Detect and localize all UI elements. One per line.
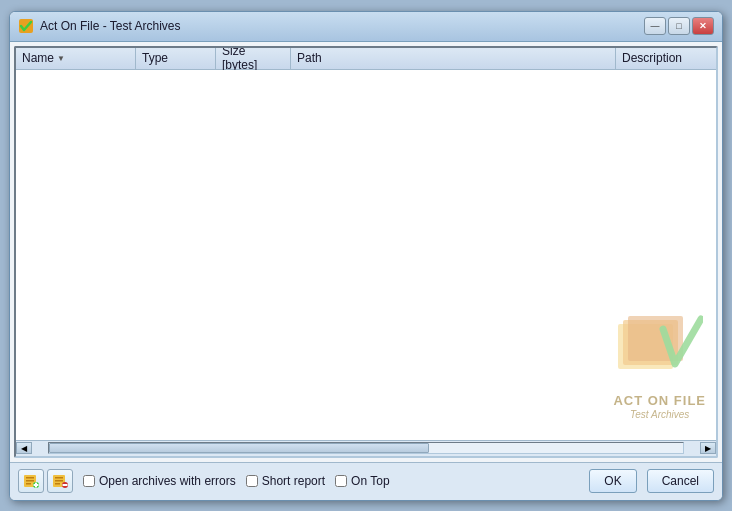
short-report-checkbox-group[interactable]: Short report — [246, 474, 325, 488]
watermark-text-sub: Test Archives — [613, 409, 706, 420]
watermark-text-main: ACT ON FILE — [613, 394, 706, 408]
content-area: Name ▼ Type Size [bytes] Path Descriptio… — [14, 46, 718, 458]
svg-rect-12 — [55, 477, 63, 479]
col-header-path[interactable]: Path — [291, 48, 616, 69]
svg-rect-16 — [63, 484, 68, 486]
svg-rect-13 — [55, 480, 63, 482]
table-header: Name ▼ Type Size [bytes] Path Descriptio… — [16, 48, 716, 70]
col-header-size[interactable]: Size [bytes] — [216, 48, 291, 69]
window-controls: — □ ✕ — [644, 17, 714, 35]
scroll-thumb[interactable] — [49, 443, 429, 453]
short-report-checkbox[interactable] — [246, 475, 258, 487]
col-header-description[interactable]: Description — [616, 48, 716, 69]
horizontal-scrollbar[interactable]: ◀ ▶ — [16, 440, 716, 456]
short-report-label: Short report — [262, 474, 325, 488]
svg-rect-5 — [26, 477, 34, 479]
maximize-button[interactable]: □ — [668, 17, 690, 35]
ok-button[interactable]: OK — [589, 469, 636, 493]
close-button[interactable]: ✕ — [692, 17, 714, 35]
svg-rect-14 — [55, 483, 60, 485]
add-button[interactable] — [18, 469, 44, 493]
on-top-checkbox[interactable] — [335, 475, 347, 487]
titlebar: Act On File - Test Archives — □ ✕ — [10, 12, 722, 42]
footer: Open archives with errors Short report O… — [10, 462, 722, 500]
open-errors-label: Open archives with errors — [99, 474, 236, 488]
sort-arrow-icon: ▼ — [57, 54, 65, 63]
svg-rect-10 — [34, 484, 39, 486]
cancel-button[interactable]: Cancel — [647, 469, 714, 493]
remove-button[interactable] — [47, 469, 73, 493]
window-title: Act On File - Test Archives — [40, 19, 644, 33]
col-header-name[interactable]: Name ▼ — [16, 48, 136, 69]
scroll-right-arrow[interactable]: ▶ — [700, 442, 716, 454]
open-errors-checkbox[interactable] — [83, 475, 95, 487]
footer-icons — [18, 469, 73, 493]
watermark-logo — [613, 314, 703, 394]
col-header-type[interactable]: Type — [136, 48, 216, 69]
table-body: ACT ON FILE Test Archives — [16, 70, 716, 440]
svg-rect-6 — [26, 480, 34, 482]
app-icon — [18, 18, 34, 34]
on-top-label: On Top — [351, 474, 389, 488]
open-errors-checkbox-group[interactable]: Open archives with errors — [83, 474, 236, 488]
svg-rect-7 — [26, 483, 31, 485]
scroll-track[interactable] — [48, 442, 684, 454]
main-window: Act On File - Test Archives — □ ✕ Name ▼… — [9, 11, 723, 501]
watermark: ACT ON FILE Test Archives — [613, 314, 706, 419]
on-top-checkbox-group[interactable]: On Top — [335, 474, 389, 488]
minimize-button[interactable]: — — [644, 17, 666, 35]
scroll-left-arrow[interactable]: ◀ — [16, 442, 32, 454]
